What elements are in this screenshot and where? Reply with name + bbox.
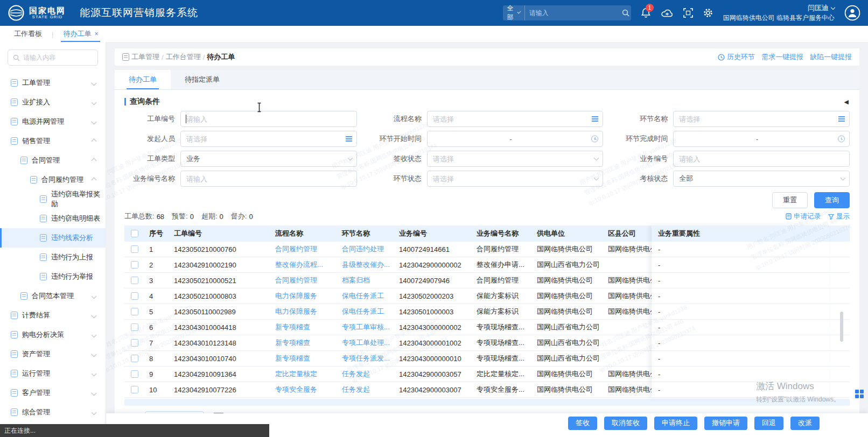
row-checkbox[interactable] (131, 277, 138, 284)
sidebar-item[interactable]: 合同管理 (0, 151, 106, 170)
list-picker-icon[interactable] (592, 116, 598, 122)
reset-button[interactable]: 重置 (772, 192, 808, 208)
order-no-input[interactable] (180, 111, 357, 127)
step-status-select[interactable] (427, 171, 604, 187)
flow-name-link[interactable]: 新专项稽查 (271, 338, 338, 348)
row-checkbox[interactable] (131, 323, 138, 331)
cloud-icon[interactable] (661, 8, 674, 18)
row-checkbox[interactable] (131, 339, 138, 347)
sidebar-item[interactable]: 业扩接入 (0, 93, 106, 112)
row-checkbox[interactable] (131, 261, 138, 269)
action-button[interactable]: 申请终止 (654, 417, 697, 430)
flow-name-link[interactable]: 新专项稽查 (271, 354, 338, 363)
sidebar-item[interactable]: 合同范本管理 (0, 286, 106, 306)
sidebar-item[interactable]: 违约行为举报 (0, 267, 106, 286)
action-button[interactable]: 撤销申请 (704, 417, 747, 430)
step-end-range[interactable] (673, 131, 850, 147)
sidebar-item[interactable]: 综合管理 (0, 403, 106, 422)
sidebar-item[interactable]: 违约行为上报 (0, 248, 106, 267)
sidebar-item[interactable]: 销售管理 (0, 131, 106, 151)
flow-name-select[interactable] (427, 111, 604, 127)
sign-status-select[interactable] (427, 151, 604, 167)
defect-submit-link[interactable]: 缺陷一键提报 (810, 52, 852, 62)
demand-submit-link[interactable]: 需求一键提报 (761, 52, 803, 62)
sidebar-item[interactable]: 运行管理 (0, 364, 106, 383)
apply-records-link[interactable]: 申请记录 (786, 212, 821, 221)
sidebar-item[interactable]: 合同履约管理 (0, 170, 106, 189)
sidebar-item[interactable]: 电源并网管理 (0, 112, 106, 131)
step-name-link[interactable]: 合同违约处理 (338, 244, 395, 254)
search-button[interactable]: 查询 (814, 192, 850, 208)
flow-name-link[interactable]: 合同履约管理 (271, 276, 338, 285)
list-picker-icon[interactable] (838, 116, 845, 122)
quick-grid-widget[interactable] (855, 390, 864, 398)
flow-name-link[interactable]: 整改催办流程... (271, 260, 338, 270)
flow-name-link[interactable]: 电力保障服务 (271, 307, 338, 316)
step-name-link[interactable]: 任务发起 (338, 369, 395, 379)
display-columns-link[interactable]: 显示 (828, 212, 850, 221)
vertical-scrollbar[interactable] (840, 312, 843, 342)
step-name-link[interactable]: 专项工单审核... (338, 322, 395, 332)
flow-name-link[interactable]: 定比定量核定 (271, 369, 338, 379)
notification-bell-icon[interactable]: 1 (641, 8, 651, 18)
flow-name-link[interactable]: 专项安全服务 (271, 385, 338, 394)
step-start-range[interactable] (427, 131, 604, 147)
step-name-link[interactable]: 任务发起 (338, 385, 395, 394)
collapse-icon[interactable]: ◀ (844, 98, 849, 105)
flow-name-link[interactable]: 电力保障服务 (271, 291, 338, 301)
tab-todo-orders[interactable]: 待办工单 × (61, 26, 100, 42)
sidebar-item[interactable]: 工单管理 (0, 73, 106, 93)
fullscreen-icon[interactable] (683, 8, 693, 18)
sidebar-item[interactable]: 违约窃电明细表 (0, 209, 106, 228)
row-checkbox[interactable] (131, 245, 138, 253)
user-menu[interactable]: 闫匡迪 国网临猗供电公司 临猗县客户服务中心 (723, 3, 835, 23)
row-checkbox[interactable] (131, 370, 138, 378)
select-all-checkbox[interactable] (131, 230, 138, 237)
initiator-select[interactable] (180, 131, 357, 147)
action-button[interactable]: 改派 (790, 417, 820, 430)
tab-pending-dispatch[interactable]: 待指定派单 (171, 70, 234, 89)
action-button[interactable]: 回退 (754, 417, 783, 430)
order-no-cell: 1423050210000760 (170, 245, 271, 253)
order-type-select[interactable] (180, 151, 357, 167)
step-name-link[interactable]: 专项工单处理... (338, 338, 395, 348)
stats-supervise-label: 督办: (231, 212, 247, 221)
step-name-link[interactable]: 保电任务派工 (338, 291, 395, 301)
list-picker-icon[interactable] (346, 136, 352, 142)
flow-name-link[interactable]: 合同履约管理 (271, 244, 338, 254)
step-name-select[interactable] (673, 111, 850, 127)
biz-no-name-input[interactable] (180, 171, 357, 187)
step-name-link[interactable]: 档案归档 (338, 276, 395, 285)
breadcrumb-item[interactable]: 工单管理 (131, 52, 159, 62)
step-name-link[interactable]: 保电任务派工 (338, 307, 395, 316)
sidebar-item[interactable]: 购电分析决策 (0, 325, 106, 344)
sidebar-search-input[interactable] (23, 54, 93, 61)
row-checkbox[interactable] (131, 355, 138, 362)
assess-status-select[interactable] (673, 171, 850, 187)
step-name-link[interactable]: 专项任务派发... (338, 354, 395, 363)
avatar[interactable] (844, 5, 860, 21)
close-icon[interactable]: × (94, 30, 98, 38)
sidebar-item[interactable]: 资产管理 (0, 344, 106, 364)
action-button[interactable]: 签收 (568, 417, 597, 430)
sidebar-item[interactable]: 违约线索分析 (0, 228, 106, 248)
action-button[interactable]: 取消签收 (604, 417, 647, 430)
row-checkbox[interactable] (131, 386, 138, 393)
search-scope-select[interactable]: 全部 (503, 5, 525, 20)
sidebar-item[interactable]: 计费结算 (0, 306, 106, 325)
sidebar-item[interactable]: 违约窃电举报奖励 (0, 189, 106, 209)
horizontal-scrollbar[interactable] (124, 399, 850, 406)
tab-pending-orders[interactable]: 待办工单 (115, 70, 171, 89)
biz-no-input[interactable] (673, 151, 850, 167)
search-icon[interactable] (617, 9, 634, 17)
step-name-link[interactable]: 县级整改催办... (338, 260, 395, 270)
sidebar-item[interactable]: 客户管理 (0, 383, 106, 403)
row-checkbox[interactable] (131, 292, 138, 300)
flow-name-link[interactable]: 新专项稽查 (271, 322, 338, 332)
gear-icon[interactable] (703, 8, 713, 18)
tab-work-board[interactable]: 工作看板 (12, 26, 44, 42)
breadcrumb-item[interactable]: 工作台管理 (166, 52, 201, 62)
header-search-input[interactable] (525, 9, 617, 17)
row-checkbox[interactable] (131, 308, 138, 315)
history-steps-link[interactable]: 历史环节 (718, 52, 755, 62)
